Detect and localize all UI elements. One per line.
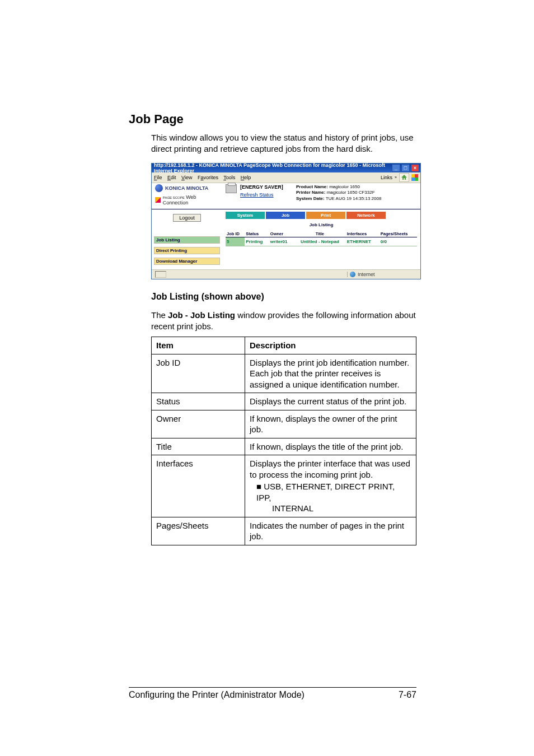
tab-network[interactable]: Network (346, 212, 386, 219)
col-owner: Owner (269, 231, 294, 237)
table-row: Owner If known, displays the owner of th… (152, 410, 416, 438)
table-row[interactable]: 5 Printing writer01 Untitled - Notepad E… (226, 237, 417, 246)
table-row: Status Displays the current status of th… (152, 393, 416, 410)
printer-info: Product Name: magicolor 1650 Printer Nam… (296, 184, 381, 206)
col-pages: Pages/Sheets (380, 231, 417, 237)
tab-print[interactable]: Print (306, 212, 345, 219)
cell-job-id: 5 (226, 237, 245, 246)
menu-tools[interactable]: Tools (223, 175, 235, 180)
menu-help[interactable]: Help (241, 175, 251, 180)
cell-title: Untitled - Notepad (294, 237, 346, 246)
footer-page-number: 7-67 (399, 690, 416, 700)
col-interfaces: Interfaces (346, 231, 380, 237)
table-row: Interfaces Displays the printer interfac… (152, 455, 416, 517)
menu-view[interactable]: View (181, 175, 192, 180)
col-title: Title (294, 231, 346, 237)
tab-system[interactable]: System (226, 212, 265, 219)
panel-title: Job Listing (226, 222, 417, 227)
table-row: Job ID Displays the print job identifica… (152, 354, 416, 393)
ie-window: http://192.168.1.2 - KONICA MINOLTA Page… (151, 163, 421, 279)
close-icon[interactable]: × (411, 164, 419, 172)
energy-saver-label: [ENERGY SAVER] (240, 184, 283, 190)
menu-file[interactable]: FFileile (154, 175, 162, 180)
cell-pages: 0/0 (380, 237, 417, 246)
cell-status: Printing (245, 237, 269, 246)
footer-title: Configuring the Printer (Administrator M… (129, 690, 305, 700)
window-titlebar: http://192.168.1.2 - KONICA MINOLTA Page… (152, 164, 420, 172)
table-row: Pages/Sheets Indicates the number of pag… (152, 517, 416, 545)
cell-interfaces: ETHERNET (346, 237, 380, 246)
ie-statusbar: Internet (152, 269, 420, 279)
col-job-id: Job ID (226, 231, 245, 237)
refresh-status-link[interactable]: Refresh Status (240, 192, 283, 198)
pagescope-web-connection: PAGE SCOPE Web Connection (155, 194, 222, 206)
job-listing-paragraph: The Job - Job Listing window provides th… (151, 310, 416, 333)
page-footer: Configuring the Printer (Administrator M… (129, 687, 416, 700)
window-title: http://192.168.1.2 - KONICA MINOLTA Page… (154, 162, 392, 174)
menu-favorites[interactable]: Favorites (198, 175, 218, 180)
globe-icon (155, 184, 163, 192)
home-icon[interactable] (399, 173, 409, 182)
tab-job[interactable]: Job (266, 212, 305, 219)
page-heading: Job Page (129, 112, 416, 127)
sub-heading: Job Listing (shown above) (151, 292, 416, 302)
printer-icon (226, 184, 237, 193)
intro-paragraph: This window allows you to view the statu… (151, 132, 416, 155)
minimize-icon[interactable]: _ (392, 164, 400, 172)
maximize-icon[interactable]: □ (401, 164, 410, 172)
logout-button[interactable]: Logout (173, 214, 201, 222)
job-listing-table: Job ID Status Owner Title Interfaces Pag… (226, 231, 417, 246)
col-status: Status (245, 231, 269, 237)
table-row: Title If known, displays the title of th… (152, 438, 416, 455)
internet-zone-icon (350, 272, 355, 277)
item-description-table: Item Description Job ID Displays the pri… (151, 337, 416, 545)
header-item: Item (152, 337, 245, 354)
windows-flag-icon (411, 174, 418, 181)
header-description: Description (245, 337, 416, 354)
done-icon (155, 271, 166, 278)
sidebar-item-job-listing[interactable]: Job Listing (154, 236, 220, 244)
cell-owner: writer01 (269, 237, 294, 246)
internet-zone-label: Internet (358, 272, 375, 277)
sidebar-item-direct-printing[interactable]: Direct Printing (154, 247, 220, 254)
menu-edit[interactable]: Edit (167, 175, 176, 180)
ie-menubar: FFileile Edit View Favorites Tools Help … (152, 172, 420, 183)
pagescope-icon (155, 197, 161, 203)
links-label[interactable]: Links (381, 175, 392, 180)
sidebar-item-download-manager[interactable]: Download Manager (154, 258, 220, 265)
konica-minolta-logo: KONICA MINOLTA (155, 184, 222, 192)
